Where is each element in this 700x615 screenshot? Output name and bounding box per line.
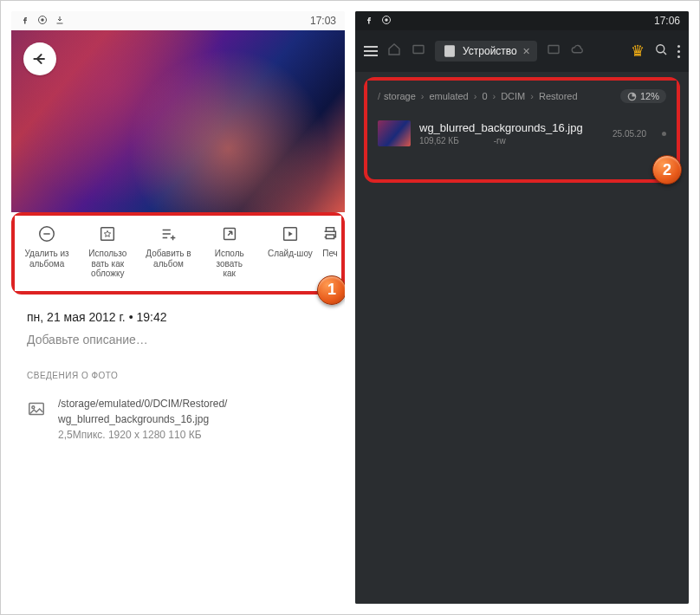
file-path: /storage/emulated/0/DCIM/Restored/ bbox=[58, 396, 227, 411]
action-label: Исполь зовать как bbox=[215, 249, 244, 279]
overflow-menu-icon[interactable] bbox=[677, 45, 680, 58]
description-input[interactable]: Добавьте описание… bbox=[27, 333, 329, 346]
download-icon bbox=[55, 15, 65, 28]
status-bar: 17:06 bbox=[355, 11, 689, 30]
file-manager-screen: 17:06 Устройство ✕ ♛ / storage bbox=[355, 11, 689, 604]
gallery-details-screen: 17:03 Удалить из альбома Использо вать к… bbox=[11, 11, 345, 604]
cloud-icon[interactable] bbox=[570, 42, 586, 61]
svg-point-13 bbox=[657, 45, 664, 53]
slideshow-button[interactable]: Слайд-шоу bbox=[260, 224, 321, 279]
file-size: 109,62 КБ bbox=[419, 136, 459, 146]
open-external-icon bbox=[220, 224, 239, 243]
tab-label: Устройство bbox=[463, 45, 517, 57]
action-label: Слайд-шоу bbox=[268, 249, 313, 259]
file-name: wg_blurred_backgrounds_16.jpg bbox=[58, 411, 227, 427]
close-tab-icon[interactable]: ✕ bbox=[522, 46, 530, 57]
facebook-icon bbox=[364, 15, 374, 28]
tab-inactive-icon[interactable] bbox=[411, 42, 426, 61]
storage-pct[interactable]: 12% bbox=[620, 89, 666, 103]
file-row[interactable]: wg_blurred_backgrounds_16.jpg 109,62 КБ … bbox=[367, 112, 677, 155]
add-to-album-button[interactable]: Добавить в альбом bbox=[138, 224, 198, 279]
selection-dot-icon[interactable] bbox=[662, 132, 666, 136]
tab-inactive-icon[interactable] bbox=[546, 42, 561, 61]
actions-callout: Удалить из альбома Использо вать как обл… bbox=[11, 212, 345, 295]
file-date: 25.05.20 bbox=[612, 129, 646, 139]
crumb[interactable]: storage bbox=[384, 91, 416, 101]
crumb[interactable]: emulated bbox=[429, 91, 468, 101]
chrome-icon bbox=[37, 15, 48, 28]
crumb[interactable]: 0 bbox=[482, 91, 487, 101]
actions-strip: Удалить из альбома Использо вать как обл… bbox=[15, 216, 341, 291]
status-bar: 17:03 bbox=[11, 11, 345, 30]
file-meta: 2,5Мпикс. 1920 x 1280 110 КБ bbox=[58, 427, 227, 443]
chrome-icon bbox=[381, 15, 392, 28]
premium-icon[interactable]: ♛ bbox=[631, 42, 645, 61]
facebook-icon bbox=[20, 15, 30, 28]
back-button[interactable] bbox=[23, 42, 56, 75]
svg-rect-11 bbox=[445, 46, 455, 56]
print-icon bbox=[321, 224, 340, 243]
minus-circle-icon bbox=[37, 224, 56, 243]
pie-icon bbox=[627, 92, 637, 101]
search-icon[interactable] bbox=[653, 42, 669, 61]
svg-rect-3 bbox=[101, 228, 114, 241]
image-icon bbox=[27, 399, 46, 418]
toolbar: Устройство ✕ ♛ bbox=[355, 30, 689, 72]
home-icon[interactable] bbox=[386, 42, 402, 61]
remove-from-album-button[interactable]: Удалить из альбома bbox=[16, 224, 77, 279]
star-box-icon bbox=[98, 224, 117, 243]
file-thumbnail bbox=[378, 120, 411, 146]
svg-rect-10 bbox=[413, 46, 424, 54]
svg-point-1 bbox=[41, 18, 44, 22]
crumb[interactable]: Restored bbox=[539, 91, 578, 101]
details-header: СВЕДЕНИЯ О ФОТО bbox=[27, 371, 329, 380]
file-name: wg_blurred_backgrounds_16.jpg bbox=[419, 121, 604, 134]
photo-timestamp: пн, 21 мая 2012 г. • 19:42 bbox=[27, 310, 329, 324]
step-badge-1: 1 bbox=[317, 275, 345, 305]
use-as-cover-button[interactable]: Использо вать как обложку bbox=[77, 224, 138, 279]
print-button[interactable]: Печ bbox=[321, 224, 340, 279]
svg-point-9 bbox=[385, 18, 388, 22]
breadcrumb[interactable]: / storage emulated 0 DCIM Restored 12% bbox=[367, 81, 677, 112]
step-badge-2: 2 bbox=[652, 155, 682, 184]
photo-info: пн, 21 мая 2012 г. • 19:42 Добавьте опис… bbox=[11, 295, 345, 451]
svg-point-7 bbox=[32, 405, 35, 408]
file-list-callout: / storage emulated 0 DCIM Restored 12% w… bbox=[364, 77, 680, 183]
clock: 17:03 bbox=[310, 15, 336, 27]
list-plus-icon bbox=[159, 224, 178, 243]
play-box-icon bbox=[281, 224, 300, 243]
clock: 17:06 bbox=[654, 15, 680, 27]
file-perm: -rw bbox=[494, 136, 506, 146]
action-label: Удалить из альбома bbox=[25, 249, 69, 269]
menu-icon[interactable] bbox=[364, 46, 378, 56]
device-tab[interactable]: Устройство ✕ bbox=[435, 41, 537, 62]
photo-preview[interactable] bbox=[11, 30, 345, 212]
svg-rect-12 bbox=[548, 46, 559, 54]
action-label: Добавить в альбом bbox=[146, 249, 191, 269]
storage-icon bbox=[442, 43, 457, 59]
file-list-body[interactable] bbox=[355, 183, 689, 604]
crumb[interactable]: DCIM bbox=[501, 91, 525, 101]
use-as-button[interactable]: Исполь зовать как bbox=[199, 224, 260, 279]
action-label: Использо вать как обложку bbox=[88, 249, 126, 279]
action-label: Печ bbox=[322, 249, 338, 259]
